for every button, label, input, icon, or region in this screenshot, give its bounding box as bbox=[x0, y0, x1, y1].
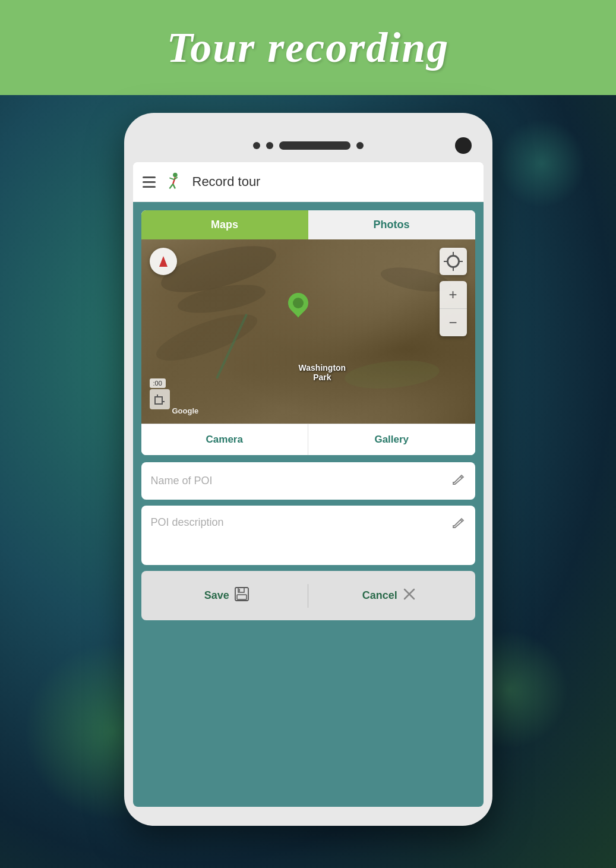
zoom-out-button[interactable]: − bbox=[440, 309, 467, 336]
phone-frame: Record tour Maps Photos bbox=[124, 113, 492, 826]
save-floppy-icon bbox=[234, 586, 249, 605]
phone-screen: Record tour Maps Photos bbox=[133, 162, 484, 807]
tab-maps[interactable]: Maps bbox=[141, 210, 308, 239]
action-bar: Save Cancel bbox=[141, 571, 475, 620]
poi-name-field[interactable]: Name of POI bbox=[141, 462, 475, 500]
app-bar-title: Record tour bbox=[192, 174, 261, 190]
app-logo-icon bbox=[163, 171, 185, 193]
front-camera bbox=[455, 137, 472, 154]
map-crop-tool[interactable] bbox=[150, 389, 170, 409]
cancel-label: Cancel bbox=[362, 589, 397, 602]
map-compass-button[interactable] bbox=[150, 248, 177, 275]
gallery-button[interactable]: Gallery bbox=[308, 424, 475, 455]
poi-description-placeholder: POI description bbox=[151, 516, 224, 529]
action-divider bbox=[308, 584, 308, 608]
map-location-label: Washington Park bbox=[299, 363, 346, 382]
map-scale-indicator: :00 bbox=[150, 378, 166, 388]
close-x-icon bbox=[402, 587, 416, 604]
map-locate-button[interactable] bbox=[440, 248, 467, 275]
svg-point-0 bbox=[173, 173, 178, 178]
dot-2 bbox=[266, 142, 273, 149]
svg-line-9 bbox=[460, 476, 462, 478]
hamburger-line-2 bbox=[143, 181, 156, 183]
phone-top-bar bbox=[133, 134, 484, 157]
locate-crosshair-bottom bbox=[453, 266, 454, 271]
dot-1 bbox=[253, 142, 260, 149]
hamburger-line-1 bbox=[143, 176, 156, 178]
tab-photos[interactable]: Photos bbox=[308, 210, 475, 239]
google-watermark: Google bbox=[172, 406, 199, 415]
page-title: Tour recording bbox=[167, 23, 449, 72]
header-banner: Tour recording bbox=[0, 0, 616, 95]
phone-dots bbox=[253, 142, 273, 149]
map-zoom-controls: + − bbox=[440, 281, 467, 336]
poi-description-field[interactable]: POI description bbox=[141, 506, 475, 565]
camera-button[interactable]: Camera bbox=[141, 424, 309, 455]
map-view[interactable]: + − Washington Park bbox=[141, 239, 475, 424]
crop-icon bbox=[154, 393, 166, 405]
tab-bar: Maps Photos bbox=[141, 210, 475, 239]
media-buttons-bar: Camera Gallery bbox=[141, 424, 475, 455]
phone-speaker bbox=[279, 141, 350, 150]
tab-card: Maps Photos bbox=[141, 210, 475, 455]
compass-arrow-icon bbox=[159, 256, 168, 267]
pin-inner-circle bbox=[293, 298, 304, 308]
zoom-in-button[interactable]: + bbox=[440, 281, 467, 308]
locate-crosshair-right bbox=[458, 261, 463, 262]
map-pin bbox=[288, 293, 308, 318]
svg-line-4 bbox=[169, 184, 173, 189]
svg-line-2 bbox=[169, 178, 174, 179]
app-bar: Record tour bbox=[133, 162, 484, 202]
hamburger-line-3 bbox=[143, 186, 156, 188]
dot-3 bbox=[356, 142, 364, 149]
svg-line-10 bbox=[460, 520, 462, 522]
poi-name-placeholder: Name of POI bbox=[151, 475, 213, 487]
svg-rect-6 bbox=[155, 397, 162, 404]
poi-description-edit-icon[interactable] bbox=[453, 516, 466, 532]
hamburger-menu-icon[interactable] bbox=[143, 176, 156, 188]
save-label: Save bbox=[204, 589, 229, 602]
poi-name-edit-icon[interactable] bbox=[453, 473, 466, 489]
svg-line-1 bbox=[173, 177, 175, 184]
svg-rect-13 bbox=[237, 595, 247, 599]
svg-line-5 bbox=[173, 184, 175, 189]
locate-target-icon bbox=[447, 255, 460, 268]
cancel-button[interactable]: Cancel bbox=[313, 579, 466, 613]
save-button[interactable]: Save bbox=[151, 578, 304, 613]
